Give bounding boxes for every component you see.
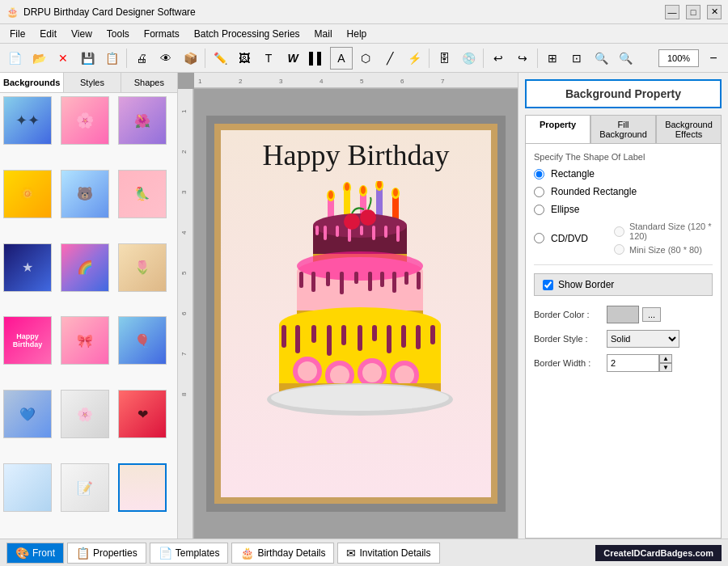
- svg-rect-64: [281, 325, 286, 348]
- tab-front[interactable]: 🎨 Front: [6, 543, 64, 564]
- thumb-13[interactable]: 💙: [3, 390, 52, 438]
- toolbar-db2[interactable]: 💿: [457, 47, 480, 70]
- toolbar-wordart[interactable]: W: [281, 47, 304, 70]
- maximize-button[interactable]: □: [686, 5, 700, 19]
- toolbar-sep1: [126, 49, 127, 68]
- radio-mini[interactable]: Mini Size (80 * 80): [614, 244, 713, 255]
- radio-rounded-rect-input[interactable]: [534, 187, 544, 197]
- tab-background-effects[interactable]: Background Effects: [656, 115, 722, 143]
- menu-help[interactable]: Help: [341, 27, 374, 41]
- tab-birthday-details[interactable]: 🎂 Birthday Details: [231, 543, 334, 564]
- svg-point-27: [361, 186, 366, 194]
- toolbar-new[interactable]: 📄: [3, 47, 26, 70]
- thumb-1[interactable]: ✦✦: [3, 96, 52, 145]
- border-color-browse[interactable]: ...: [642, 307, 661, 322]
- toolbar-preview[interactable]: 👁: [154, 47, 177, 70]
- radio-cddvd[interactable]: CD/DVD Standard Size (120 * 120) Mini Si…: [534, 222, 713, 255]
- toolbar-text2[interactable]: A: [330, 47, 353, 70]
- toolbar-batch[interactable]: 📦: [179, 47, 201, 70]
- tab-backgrounds[interactable]: Backgrounds: [0, 73, 64, 92]
- toolbar-close-red[interactable]: ✕: [52, 47, 74, 70]
- minimize-button[interactable]: —: [665, 5, 679, 19]
- bottom-bar: 🎨 Front 📋 Properties 📄 Templates 🎂 Birth…: [0, 539, 728, 566]
- thumb-6[interactable]: 🦜: [118, 170, 167, 218]
- thumb-2[interactable]: 🌸: [61, 96, 109, 145]
- thumb-16[interactable]: [3, 463, 52, 512]
- menu-batch[interactable]: Batch Processing Series: [188, 27, 307, 41]
- zoom-out-btn[interactable]: −: [702, 47, 725, 70]
- tab-invitation-details[interactable]: ✉ Invitation Details: [337, 543, 439, 564]
- radio-standard-input[interactable]: [614, 226, 624, 237]
- spin-up[interactable]: ▲: [659, 354, 672, 363]
- border-width-input[interactable]: [607, 354, 659, 372]
- zoom-input[interactable]: [658, 49, 699, 67]
- radio-mini-input[interactable]: [614, 244, 624, 255]
- ruler-top: 1 2 3 4 5 6 7: [194, 73, 518, 89]
- border-style-select[interactable]: Solid Dashed Dotted Double: [607, 330, 679, 348]
- thumbnails-grid: ✦✦ 🌸 🌺 🌼 🐻 🦜 ★ 🌈: [0, 93, 177, 539]
- toolbar-line[interactable]: ╱: [379, 47, 401, 70]
- thumb-4[interactable]: 🌼: [3, 170, 52, 218]
- tab-fill-background[interactable]: Fill Background: [590, 115, 656, 143]
- toolbar-fit[interactable]: ⊡: [565, 47, 588, 70]
- show-border-checkbox[interactable]: [543, 280, 553, 290]
- radio-rectangle-input[interactable]: [534, 169, 544, 180]
- toolbar-zoom-in[interactable]: 🔍: [590, 47, 612, 70]
- toolbar-open[interactable]: 📂: [28, 47, 50, 70]
- tab-properties[interactable]: 📋 Properties: [67, 543, 146, 564]
- toolbar-shape[interactable]: ⬡: [354, 47, 377, 70]
- radio-rectangle[interactable]: Rectangle: [534, 168, 713, 180]
- toolbar-barcode[interactable]: ▌▌: [306, 47, 328, 70]
- toolbar-save[interactable]: 💾: [76, 47, 99, 70]
- menu-tools[interactable]: Tools: [100, 27, 136, 41]
- radio-ellipse[interactable]: Ellipse: [534, 204, 713, 215]
- thumb-8[interactable]: 🌈: [61, 243, 109, 292]
- toolbar-redo[interactable]: ↪: [511, 47, 534, 70]
- thumb-12[interactable]: 🎈: [118, 316, 167, 365]
- menu-file[interactable]: File: [3, 27, 32, 41]
- menu-formats[interactable]: Formats: [138, 27, 186, 41]
- thumb-11[interactable]: 🎀: [61, 316, 109, 365]
- toolbar-text[interactable]: T: [257, 47, 280, 70]
- thumb-3[interactable]: 🌺: [118, 96, 167, 145]
- svg-rect-35: [315, 226, 319, 235]
- thumb-14[interactable]: 🌸: [61, 390, 109, 438]
- panel-tabs: Property Fill Background Background Effe…: [525, 115, 722, 143]
- toolbar-print[interactable]: 🖨: [130, 47, 153, 70]
- thumb-5[interactable]: 🐻: [61, 170, 109, 218]
- toolbar-db1[interactable]: 🗄: [433, 47, 455, 70]
- spin-down[interactable]: ▼: [659, 363, 672, 372]
- svg-rect-56: [380, 272, 384, 287]
- thumb-15[interactable]: ❤: [118, 390, 167, 438]
- tab-templates[interactable]: 📄 Templates: [150, 543, 229, 564]
- front-icon: 🎨: [15, 547, 29, 560]
- menu-mail[interactable]: Mail: [308, 27, 339, 41]
- close-button[interactable]: ✕: [707, 5, 722, 19]
- separator-1: [534, 264, 713, 265]
- toolbar-undo[interactable]: ↩: [487, 47, 510, 70]
- menu-edit[interactable]: Edit: [33, 27, 63, 41]
- border-color-preview[interactable]: [607, 306, 639, 323]
- menu-view[interactable]: View: [65, 27, 99, 41]
- tab-styles[interactable]: Styles: [64, 73, 121, 92]
- tab-property[interactable]: Property: [525, 115, 590, 143]
- toolbar-image[interactable]: 🖼: [233, 47, 256, 70]
- toolbar-connect[interactable]: ⚡: [403, 47, 425, 70]
- radio-cddvd-input[interactable]: [534, 233, 544, 243]
- thumb-9[interactable]: 🌷: [118, 243, 167, 292]
- toolbar-zoom-out[interactable]: 🔍: [614, 47, 637, 70]
- toolbar-save2[interactable]: 📋: [100, 47, 123, 70]
- thumb-10[interactable]: Happy Birthday: [3, 316, 52, 365]
- radio-ellipse-input[interactable]: [534, 205, 544, 215]
- radio-rounded-rect[interactable]: Rounded Rectangle: [534, 186, 713, 197]
- svg-rect-39: [360, 226, 363, 235]
- toolbar-draw[interactable]: ✏️: [209, 47, 231, 70]
- svg-rect-52: [326, 272, 330, 286]
- radio-standard[interactable]: Standard Size (120 * 120): [614, 222, 713, 241]
- svg-rect-73: [416, 325, 421, 349]
- thumb-18[interactable]: [118, 463, 167, 512]
- thumb-17[interactable]: 📝: [61, 463, 109, 512]
- tab-shapes[interactable]: Shapes: [121, 73, 177, 92]
- thumb-7[interactable]: ★: [3, 243, 52, 292]
- toolbar-grid[interactable]: ⊞: [541, 47, 564, 70]
